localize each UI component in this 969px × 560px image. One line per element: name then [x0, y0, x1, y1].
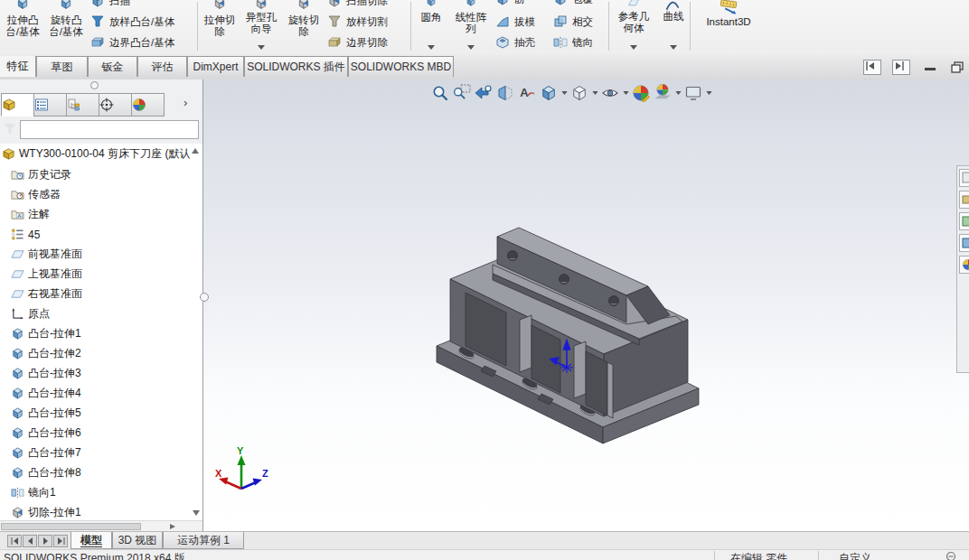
hole-wizard-dropdown-icon[interactable]	[258, 45, 265, 50]
tree-item-front-plane[interactable]: 前视基准面	[0, 245, 202, 264]
rib-button[interactable]: 筋	[495, 0, 550, 8]
tab-dimxpert[interactable]: DimXpert	[187, 56, 244, 77]
status-tag-icon[interactable]	[945, 551, 956, 560]
tree-item-boss-extrude3[interactable]: 凸台-拉伸3	[0, 364, 202, 383]
intersect-button[interactable]: 相交	[553, 13, 606, 31]
scroll-right-icon[interactable]	[168, 523, 176, 530]
restore-icon[interactable]	[951, 60, 964, 73]
reference-geometry-dropdown-icon[interactable]	[630, 45, 637, 50]
tab-featuremanager-tree-icon[interactable]	[1, 93, 34, 117]
tab-configurationmanager-icon[interactable]	[66, 93, 99, 117]
collapse-right-icon[interactable]	[892, 60, 910, 75]
curves-button[interactable]: 曲线	[657, 0, 690, 52]
swept-cut-button[interactable]: 扫描切除	[327, 0, 409, 10]
task-pane-file-explorer-icon[interactable]	[959, 212, 969, 230]
tree-item-origin[interactable]: 原点	[0, 304, 202, 323]
tree-item-boss-extrude8[interactable]: 凸台-拉伸8	[0, 463, 202, 482]
tree-scroll-down-icon[interactable]	[192, 509, 201, 517]
tree-item-right-plane[interactable]: 右视基准面	[0, 285, 202, 303]
lofted-cut-button[interactable]: 放样切割	[327, 13, 409, 31]
tree-item-mirror1[interactable]: 镜向1	[0, 483, 202, 502]
sensors-folder-icon	[11, 188, 24, 201]
panel-collapse-handle[interactable]	[90, 81, 99, 89]
tab-displaymanager-icon[interactable]	[131, 93, 165, 117]
last-sheet-icon[interactable]	[53, 535, 68, 547]
draft-button[interactable]: 拔模	[495, 13, 550, 31]
tree-filter-input[interactable]	[20, 120, 199, 139]
graphics-viewport[interactable]: A	[203, 79, 969, 531]
tab-sheet-metal[interactable]: 钣金	[88, 56, 137, 77]
tab-propertymanager-icon[interactable]	[33, 93, 67, 117]
tree-horizontal-scrollbar[interactable]	[0, 520, 202, 531]
swept-boss-base-button[interactable]: 扫描	[90, 0, 195, 10]
tab-model[interactable]: 模型	[71, 532, 112, 549]
shell-icon	[495, 35, 510, 50]
command-tab-bar: 特征 草图 钣金 评估 DimXpert SOLIDWORKS 插件 SOLID…	[0, 54, 969, 80]
tab-motion-study-1[interactable]: 运动算例 1	[163, 532, 244, 549]
tree-item-cut-extrude1[interactable]: 切除-拉伸1	[0, 503, 202, 520]
minimize-icon[interactable]	[925, 60, 937, 70]
tree-item-boss-extrude1[interactable]: 凸台-拉伸1	[0, 324, 202, 343]
panel-splitter-handle[interactable]	[200, 293, 209, 302]
tree-root-item[interactable]: WTY300-0100-04 剪床下刀座 (默认	[0, 145, 202, 163]
task-pane-design-library-icon[interactable]	[959, 191, 969, 209]
extruded-boss-icon	[14, 0, 32, 14]
tree-item-history[interactable]: 历史记录	[0, 165, 202, 184]
lofted-boss-base-button[interactable]: 放样凸台/基体	[90, 13, 195, 31]
tree-scroll-up-icon[interactable]	[191, 147, 200, 155]
extruded-cut-button[interactable]: 拉伸切除	[201, 0, 239, 52]
tree-item-sensors[interactable]: 传感器	[0, 185, 202, 204]
model-wty300-0100-04[interactable]: Y X Z	[203, 79, 969, 531]
boss-extrude-icon	[11, 406, 24, 420]
tree-item-boss-extrude4[interactable]: 凸台-拉伸4	[0, 384, 202, 403]
tree-item-boss-extrude6[interactable]: 凸台-拉伸6	[0, 424, 202, 443]
history-folder-icon	[11, 168, 24, 182]
tab-features[interactable]: 特征	[0, 56, 36, 77]
tree-item-material[interactable]: 45	[0, 225, 202, 244]
plane-icon	[11, 247, 24, 261]
task-pane-resources-icon[interactable]	[959, 169, 969, 187]
mirror-button[interactable]: 镜向	[553, 33, 606, 51]
tree-item-boss-extrude7[interactable]: 凸台-拉伸7	[0, 443, 202, 462]
boundary-boss-base-button[interactable]: 边界凸台/基体	[90, 33, 195, 51]
reference-geometry-button[interactable]: 参考几何体	[612, 0, 655, 52]
revolved-boss-base-button[interactable]: 旋转凸台/基体	[45, 0, 87, 52]
shell-button[interactable]: 抽壳	[495, 33, 550, 51]
status-customize-link[interactable]: 自定义	[839, 551, 871, 560]
tab-solidworks-mbd[interactable]: SOLIDWORKS MBD	[348, 56, 454, 77]
tab-dimxpertmanager-icon[interactable]	[99, 93, 132, 117]
previous-sheet-icon[interactable]	[23, 535, 37, 547]
revolved-cut-button[interactable]: 旋转切除	[284, 0, 324, 52]
task-pane-appearances-icon[interactable]	[959, 256, 969, 274]
tab-evaluate[interactable]: 评估	[137, 56, 187, 77]
status-edition-text: SOLIDWORKS Premium 2018 x64 版	[4, 551, 185, 560]
fillet-button[interactable]: 圆角	[414, 0, 448, 52]
collapse-left-icon[interactable]	[863, 60, 881, 75]
tab-sketch[interactable]: 草图	[36, 56, 88, 77]
first-sheet-icon[interactable]	[7, 535, 22, 547]
lofted-cut-icon	[327, 14, 342, 29]
linear-pattern-dropdown-icon[interactable]	[467, 45, 475, 50]
wrap-button[interactable]: 包覆	[553, 0, 606, 8]
ribbon-separator	[410, 2, 411, 51]
curves-dropdown-icon[interactable]	[670, 45, 677, 50]
ribbon-separator	[197, 2, 198, 51]
extruded-boss-base-button[interactable]: 拉伸凸台/基体	[2, 0, 43, 52]
scrollbar-thumb[interactable]	[1, 523, 141, 530]
tree-item-boss-extrude5[interactable]: 凸台-拉伸5	[0, 404, 202, 423]
tab-3d-views[interactable]: 3D 视图	[112, 532, 163, 549]
tab-solidworks-addins[interactable]: SOLIDWORKS 插件	[244, 56, 348, 77]
manager-tabs-expand-icon[interactable]: ›	[183, 96, 187, 109]
tree-item-boss-extrude2[interactable]: 凸台-拉伸2	[0, 344, 202, 363]
filter-funnel-icon[interactable]	[3, 122, 17, 136]
status-editing-mode: 在编辑 零件	[730, 551, 787, 560]
boundary-cut-button[interactable]: 边界切除	[327, 33, 409, 51]
instant3d-button[interactable]: Instant3D	[693, 0, 764, 52]
tree-item-top-plane[interactable]: 上视基准面	[0, 265, 202, 284]
fillet-dropdown-icon[interactable]	[428, 45, 435, 50]
hole-wizard-button[interactable]: 异型孔向导	[240, 0, 282, 52]
linear-pattern-button[interactable]: 线性阵列	[450, 0, 492, 52]
next-sheet-icon[interactable]	[38, 535, 52, 547]
task-pane-view-palette-icon[interactable]	[959, 234, 969, 252]
tree-item-annotations[interactable]: 注解	[0, 205, 202, 224]
